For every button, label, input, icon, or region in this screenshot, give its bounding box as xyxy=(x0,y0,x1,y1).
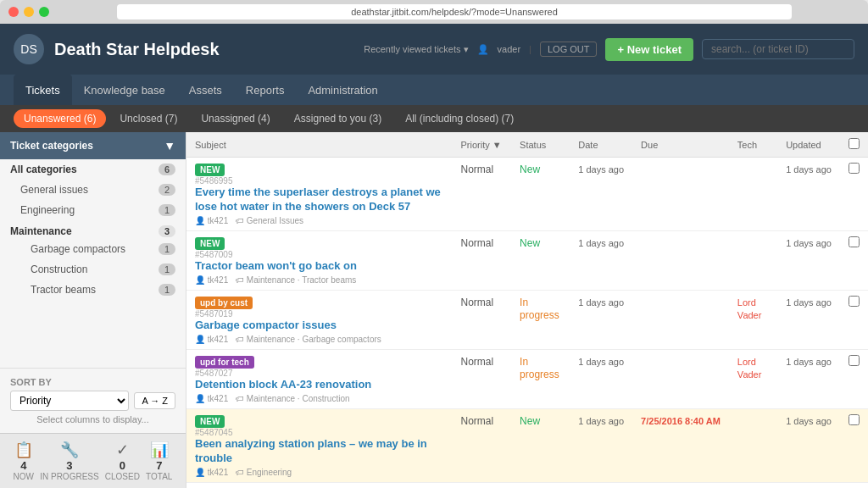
sidebar-title: Ticket categories xyxy=(10,140,93,152)
ticket-priority: Normal xyxy=(453,408,512,482)
ticket-checkbox[interactable] xyxy=(849,296,860,307)
sidebar-item-tractor-beams[interactable]: Tractor beams 1 xyxy=(0,280,186,300)
ticket-updated: 1 days ago xyxy=(777,349,840,408)
ticket-checkbox[interactable] xyxy=(849,236,860,247)
status-value: In progress xyxy=(520,297,559,321)
nav-knowledge-base[interactable]: Knowledge base xyxy=(72,75,177,105)
stat-progress-label: IN PROGRESS xyxy=(40,472,98,481)
ticket-subject-link[interactable]: Tractor beam won't go back on xyxy=(195,259,357,272)
ticket-checkbox[interactable] xyxy=(849,414,860,425)
priority-value: Normal xyxy=(461,164,494,175)
tab-all[interactable]: All (including closed) (7) xyxy=(395,109,524,128)
sidebar-item-garbage-compactors[interactable]: Garbage compactors 1 xyxy=(0,239,186,259)
table-row[interactable]: upd for tech #5487027 Detention block AA… xyxy=(186,349,868,408)
sidebar-header: Ticket categories ▼ xyxy=(0,132,186,159)
ticket-subject-cell: NEW #5487045 Been analyzing station plan… xyxy=(186,408,453,482)
ticket-id: #5487045 xyxy=(195,428,444,437)
nav-administration[interactable]: Administration xyxy=(296,75,389,105)
now-icon: 📋 xyxy=(14,441,34,459)
status-value: New xyxy=(520,415,540,427)
sidebar-item-all-categories[interactable]: All categories 6 xyxy=(0,159,186,180)
sidebar-item-maintenance[interactable]: Maintenance 3 xyxy=(0,220,186,239)
user-avatar-icon: 👤 xyxy=(477,44,489,55)
priority-value: Normal xyxy=(461,356,494,368)
sidebar-item-engineering[interactable]: Engineering 1 xyxy=(0,200,186,220)
nav-assets[interactable]: Assets xyxy=(177,75,234,105)
app-title: Death Star Helpdesk xyxy=(54,40,364,59)
status-value: In progress xyxy=(520,356,559,380)
ticket-status: New xyxy=(511,230,570,290)
url-text: deathstar.jitbit.com/helpdesk/?mode=Unan… xyxy=(351,7,558,17)
table-row[interactable]: NEW #5487045 Been analyzing station plan… xyxy=(186,408,868,482)
stat-now: 📋 4 NOW xyxy=(14,441,34,481)
category-construction-count: 1 xyxy=(159,263,175,275)
closed-icon: ✓ xyxy=(105,441,140,459)
nav-bar: Tickets Knowledge base Assets Reports Ad… xyxy=(0,75,868,105)
ticket-priority: Normal xyxy=(453,230,512,290)
ticket-updated: 1 days ago xyxy=(777,408,840,482)
category-maintenance-label: Maintenance xyxy=(10,225,72,237)
ticket-status: In progress xyxy=(511,290,570,349)
header-right: Recently viewed tickets ▾ 👤 vader | LOG … xyxy=(364,38,854,61)
ticket-status: New xyxy=(511,158,570,231)
sort-label: SORT BY xyxy=(10,377,175,387)
ticket-status: In progress xyxy=(511,349,570,408)
col-status: Status xyxy=(511,132,570,158)
nav-tickets[interactable]: Tickets xyxy=(14,75,72,105)
ticket-category: 🏷 Maintenance · Garbage compactors xyxy=(236,335,381,344)
close-button[interactable] xyxy=(8,7,19,17)
ticket-due xyxy=(632,482,729,488)
search-input[interactable] xyxy=(702,39,854,59)
new-ticket-button[interactable]: + New ticket xyxy=(605,38,693,61)
tab-unassigned[interactable]: Unassigned (4) xyxy=(191,109,280,128)
ticket-subject-link[interactable]: Detention block AA-23 renovation xyxy=(195,378,371,391)
tab-assigned-to-you[interactable]: Assigned to you (3) xyxy=(284,109,392,128)
sort-order-button[interactable]: A → Z xyxy=(134,392,175,409)
current-user: vader xyxy=(498,44,521,54)
ticket-meta: 👤 tk421 🏷 Engineering xyxy=(195,468,444,477)
tab-unclosed[interactable]: Unclosed (7) xyxy=(109,109,187,128)
main-layout: Ticket categories ▼ All categories 6 Gen… xyxy=(0,132,868,488)
sidebar-item-general-issues[interactable]: General issues 2 xyxy=(0,180,186,200)
status-value: New xyxy=(520,237,540,249)
table-row[interactable]: NEW #5486995 Every time the superlaser d… xyxy=(186,158,868,231)
priority-value: Normal xyxy=(461,415,494,427)
select-columns-link[interactable]: Select columns to display... xyxy=(10,414,175,424)
recently-viewed[interactable]: Recently viewed tickets ▾ xyxy=(364,44,468,55)
ticket-category: 🏷 Engineering xyxy=(236,468,292,477)
ticket-checkbox[interactable] xyxy=(849,163,860,174)
ticket-id: #5486995 xyxy=(195,176,444,186)
url-bar[interactable]: deathstar.jitbit.com/helpdesk/?mode=Unan… xyxy=(117,4,792,19)
ticket-subject-link[interactable]: Been analyzing station plans – we may be… xyxy=(195,437,427,464)
sidebar-item-construction[interactable]: Construction 1 xyxy=(0,259,186,280)
ticket-subject-link[interactable]: Garbage compactor issues xyxy=(195,319,337,331)
ticket-subject-link[interactable]: Every time the superlaser destroys a pla… xyxy=(195,186,441,213)
select-all-checkbox[interactable] xyxy=(849,138,860,149)
ticket-due: 7/25/2016 8:40 AM xyxy=(632,408,729,482)
ticket-updated: 1 days ago xyxy=(777,482,840,488)
sidebar-footer: 📋 4 NOW 🔧 3 IN PROGRESS ✓ 0 CLOSED 📊 7 T… xyxy=(0,433,186,488)
col-due: Due xyxy=(632,132,729,158)
minimize-button[interactable] xyxy=(24,7,34,17)
window-chrome: deathstar.jitbit.com/helpdesk/?mode=Unan… xyxy=(0,0,868,24)
nav-reports[interactable]: Reports xyxy=(234,75,297,105)
table-row[interactable]: upd by cust #5487019 Garbage compactor i… xyxy=(186,290,868,349)
table-row[interactable]: NEW #5486985 Lord Vader's monthly suit m… xyxy=(186,482,868,488)
ticket-priority: Normal xyxy=(453,158,512,231)
filter-icon[interactable]: ▼ xyxy=(164,139,175,152)
category-construction-label: Construction xyxy=(31,263,87,275)
sort-select[interactable]: Priority Date Status xyxy=(10,391,129,411)
logout-button[interactable]: LOG OUT xyxy=(540,42,598,57)
category-general-label: General issues xyxy=(20,184,88,196)
sidebar: Ticket categories ▼ All categories 6 Gen… xyxy=(0,132,186,488)
maximize-button[interactable] xyxy=(39,7,49,17)
priority-value: Normal xyxy=(461,297,494,308)
col-priority[interactable]: Priority ▼ xyxy=(453,132,512,158)
ticket-due xyxy=(632,230,729,290)
table-row[interactable]: NEW #5487009 Tractor beam won't go back … xyxy=(186,230,868,290)
sort-section: SORT BY Priority Date Status A → Z Selec… xyxy=(0,368,186,433)
ticket-tech: Lord Vader xyxy=(729,290,777,349)
tab-unanswered[interactable]: Unanswered (6) xyxy=(14,109,106,128)
total-icon: 📊 xyxy=(146,441,172,459)
ticket-checkbox[interactable] xyxy=(849,355,860,366)
